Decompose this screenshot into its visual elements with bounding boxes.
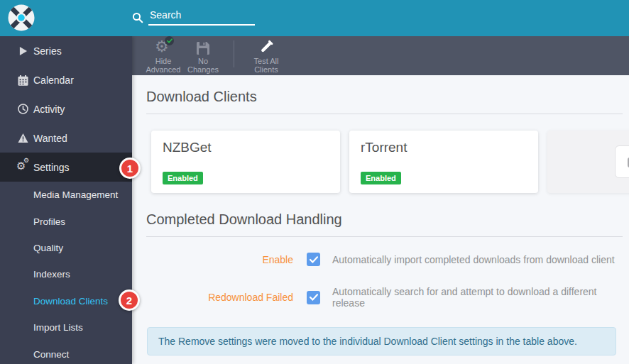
client-name: NZBGet bbox=[163, 140, 329, 155]
sidebar-item-media-management[interactable]: Media Management bbox=[0, 182, 132, 208]
clock-icon bbox=[18, 104, 28, 115]
test-tube-icon bbox=[258, 38, 275, 55]
sidebar: Series Calendar bbox=[0, 36, 132, 364]
top-bar bbox=[0, 0, 629, 36]
step-badge-1: 1 bbox=[119, 158, 141, 179]
sidebar-item-indexers[interactable]: Indexers bbox=[0, 261, 132, 287]
client-name: rTorrent bbox=[361, 140, 527, 155]
sidebar-item-quality[interactable]: Quality bbox=[0, 235, 132, 261]
enable-label: Enable bbox=[146, 254, 293, 265]
redownload-failed-help-text: Automatically search for and attempt to … bbox=[332, 286, 623, 309]
status-badge: Enabled bbox=[163, 172, 203, 184]
sidebar-item-label: Activity bbox=[33, 104, 65, 115]
sidebar-item-download-clients[interactable]: Download Clients bbox=[0, 288, 132, 314]
search-bar bbox=[132, 9, 255, 26]
sidebar-subitem-label: Media Management bbox=[33, 189, 118, 200]
sidebar-item-label: Calendar bbox=[33, 75, 74, 86]
remove-settings-notice: The Remove settings were moved to the in… bbox=[147, 327, 616, 355]
calendar-icon bbox=[18, 75, 28, 86]
app-window: Series Calendar bbox=[0, 0, 629, 364]
sidebar-item-series[interactable]: Series bbox=[0, 37, 132, 66]
sidebar-item-activity[interactable]: Activity bbox=[0, 95, 132, 124]
test-all-clients-label: Test All Clients bbox=[254, 57, 279, 74]
enable-row: Enable Automatically import completed do… bbox=[146, 253, 623, 266]
enable-checkbox[interactable] bbox=[307, 253, 320, 266]
status-badge: Enabled bbox=[361, 172, 401, 184]
gear-check-icon: ⚙ bbox=[155, 38, 172, 55]
redownload-failed-row: Redownload Failed Automatically search f… bbox=[146, 286, 623, 309]
gears-icon: ⚙⚙ bbox=[18, 162, 28, 173]
search-icon bbox=[132, 12, 143, 26]
sidebar-subitem-label: Profiles bbox=[33, 216, 65, 227]
enable-help-text: Automatically import completed downloads… bbox=[332, 254, 615, 265]
sidebar-subitem-label: Download Clients bbox=[33, 296, 108, 307]
sidebar-item-label: Wanted bbox=[33, 133, 67, 144]
settings-content: Download Clients NZBGet Enabled rTorrent… bbox=[132, 75, 629, 364]
sonarr-logo[interactable] bbox=[8, 4, 35, 31]
redownload-failed-label: Redownload Failed bbox=[146, 292, 293, 303]
download-client-cards: NZBGet Enabled rTorrent Enabled bbox=[151, 131, 623, 193]
sidebar-item-calendar[interactable]: Calendar bbox=[0, 66, 132, 95]
step-badge-2: 2 bbox=[119, 289, 140, 311]
sonarr-logo-icon bbox=[8, 4, 35, 31]
sidebar-item-wanted[interactable]: Wanted bbox=[0, 123, 132, 153]
toolbar-divider bbox=[234, 40, 234, 67]
test-all-clients-button[interactable]: Test All Clients bbox=[247, 38, 285, 74]
completed-download-handling-heading: Completed Download Handling bbox=[146, 193, 623, 237]
add-client-button[interactable] bbox=[615, 145, 629, 178]
warning-icon bbox=[18, 133, 28, 144]
sidebar-item-settings[interactable]: ⚙⚙ Settings bbox=[0, 153, 132, 182]
sidebar-item-connect[interactable]: Connect bbox=[0, 341, 132, 364]
sidebar-item-profiles[interactable]: Profiles bbox=[0, 208, 132, 234]
sidebar-item-label: Settings bbox=[33, 162, 70, 173]
toolbar: ⚙ Hide Advanced No Changes bbox=[132, 36, 629, 75]
sidebar-item-label: Series bbox=[33, 45, 62, 57]
hide-advanced-label: Hide Advanced bbox=[146, 57, 181, 74]
play-icon bbox=[18, 45, 28, 57]
sidebar-subitem-label: Indexers bbox=[33, 269, 70, 280]
no-changes-label: No Changes bbox=[187, 57, 219, 74]
redownload-failed-checkbox[interactable] bbox=[307, 291, 320, 304]
download-client-card-rtorrent[interactable]: rTorrent Enabled bbox=[349, 131, 538, 193]
sidebar-subitem-label: Import Lists bbox=[33, 322, 83, 333]
search-input[interactable] bbox=[148, 9, 255, 26]
sidebar-subitem-label: Quality bbox=[33, 243, 63, 253]
download-clients-heading: Download Clients bbox=[146, 75, 623, 114]
hide-advanced-button[interactable]: ⚙ Hide Advanced bbox=[144, 38, 182, 74]
checkbox-check-icon bbox=[310, 256, 318, 263]
sidebar-subitem-label: Connect bbox=[33, 349, 69, 360]
checkbox-check-icon bbox=[310, 294, 318, 301]
sidebar-item-import-lists[interactable]: Import Lists bbox=[0, 314, 132, 341]
add-download-client-card bbox=[547, 131, 629, 193]
save-icon bbox=[196, 38, 210, 55]
download-client-card-nzbget[interactable]: NZBGet Enabled bbox=[151, 131, 340, 193]
no-changes-button[interactable]: No Changes bbox=[184, 38, 222, 74]
